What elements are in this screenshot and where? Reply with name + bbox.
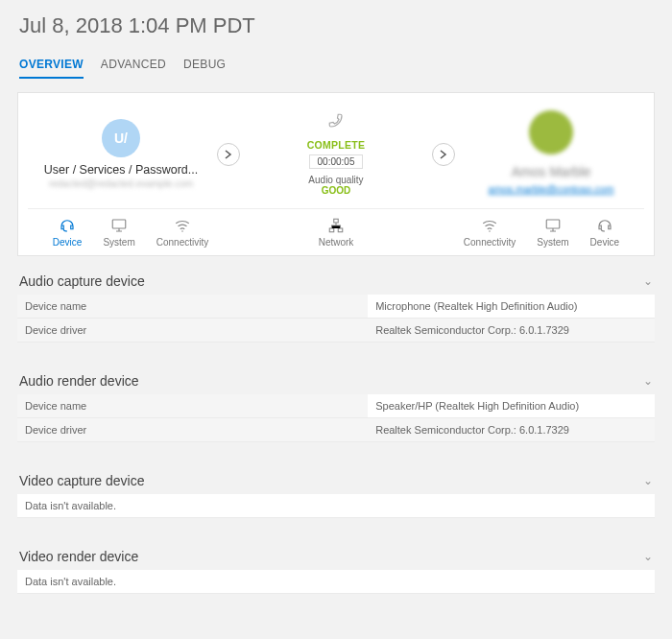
svg-rect-4 xyxy=(338,228,343,232)
empty-message: Data isn't available. xyxy=(17,494,655,518)
section-audio-capture: Audio capture device ⌄ Device nameMicrop… xyxy=(17,266,655,343)
icon-label: Device xyxy=(53,237,83,248)
wifi-icon xyxy=(481,217,498,234)
icon-label: System xyxy=(103,237,134,248)
table-row: Device driverRealtek Semiconductor Corp.… xyxy=(17,418,655,442)
tab-debug[interactable]: DEBUG xyxy=(183,58,226,79)
section-title: Video capture device xyxy=(19,473,145,488)
callee-party: Amos Marble amos.marble@contoso.com xyxy=(458,106,644,202)
icon-label: Connectivity xyxy=(464,237,516,248)
section-title: Audio capture device xyxy=(19,273,145,289)
avatar: U/ xyxy=(102,119,140,157)
icon-label: Device xyxy=(590,237,620,248)
call-status-block: COMPLETE 00:00:05 Audio quality GOOD xyxy=(243,107,429,201)
kv-table: Device nameSpeaker/HP (Realtek High Defi… xyxy=(17,394,655,442)
kv-key: Device name xyxy=(17,394,368,418)
chevron-down-icon: ⌄ xyxy=(643,474,653,487)
table-row: Device nameSpeaker/HP (Realtek High Defi… xyxy=(17,394,655,418)
chevron-right-icon[interactable] xyxy=(217,143,240,166)
headset-icon xyxy=(596,217,613,234)
call-summary-card: U/ User / Services / Password... redacte… xyxy=(17,92,655,256)
monitor-icon xyxy=(110,217,128,234)
endpoint-tabs: Device System Connectivity Network xyxy=(28,208,644,251)
icon-tab-device[interactable]: Device xyxy=(590,217,620,248)
table-row: Data isn't available. xyxy=(17,494,655,518)
kv-value: Microphone (Realtek High Definition Audi… xyxy=(368,295,655,319)
monitor-icon xyxy=(544,217,562,234)
kv-table: Data isn't available. xyxy=(17,570,655,594)
svg-point-5 xyxy=(489,230,491,232)
wifi-icon xyxy=(174,217,191,234)
icon-label: System xyxy=(537,237,568,248)
section-video-render: Video render device ⌄ Data isn't availab… xyxy=(17,541,655,594)
chevron-down-icon: ⌄ xyxy=(643,374,653,388)
table-row: Data isn't available. xyxy=(17,570,655,594)
section-title: Video render device xyxy=(19,549,138,564)
tab-advanced[interactable]: ADVANCED xyxy=(101,58,166,79)
audio-quality-label: Audio quality xyxy=(249,175,423,185)
icon-tab-connectivity[interactable]: Connectivity xyxy=(464,217,516,248)
caller-name: User / Services / Password... xyxy=(34,163,208,177)
kv-key: Device name xyxy=(17,295,368,319)
kv-value: Speaker/HP (Realtek High Definition Audi… xyxy=(368,394,655,418)
callee-name: Amos Marble xyxy=(464,164,638,179)
svg-point-1 xyxy=(181,230,183,232)
section-title: Audio render device xyxy=(19,373,139,389)
icon-tab-system[interactable]: System xyxy=(103,217,134,248)
kv-table: Data isn't available. xyxy=(17,494,655,518)
callee-link[interactable]: amos.marble@contoso.com xyxy=(489,183,614,195)
section-header[interactable]: Video capture device ⌄ xyxy=(17,465,655,494)
chevron-right-icon[interactable] xyxy=(432,143,455,166)
call-duration: 00:00:05 xyxy=(309,154,364,169)
section-header[interactable]: Video render device ⌄ xyxy=(17,541,655,570)
svg-rect-0 xyxy=(112,220,126,228)
kv-key: Device driver xyxy=(17,319,368,343)
network-icon xyxy=(327,217,345,234)
kv-key: Device driver xyxy=(17,418,368,442)
headset-icon xyxy=(59,217,76,234)
svg-rect-6 xyxy=(546,220,560,228)
tabs: OVERVIEW ADVANCED DEBUG xyxy=(0,48,672,79)
section-header[interactable]: Audio capture device ⌄ xyxy=(17,266,655,295)
chevron-down-icon: ⌄ xyxy=(643,274,653,288)
page-title: Jul 8, 2018 1:04 PM PDT xyxy=(0,0,672,48)
section-video-capture: Video capture device ⌄ Data isn't availa… xyxy=(17,465,655,518)
icon-tab-connectivity[interactable]: Connectivity xyxy=(156,217,208,248)
kv-value: Realtek Semiconductor Corp.: 6.0.1.7329 xyxy=(368,319,655,343)
chevron-down-icon: ⌄ xyxy=(643,550,653,563)
icon-tab-network[interactable]: Network xyxy=(319,217,354,248)
icon-label: Network xyxy=(319,237,354,248)
section-audio-render: Audio render device ⌄ Device nameSpeaker… xyxy=(17,366,655,442)
avatar xyxy=(529,110,573,154)
tab-overview[interactable]: OVERVIEW xyxy=(19,58,84,79)
svg-rect-3 xyxy=(329,228,334,232)
svg-rect-2 xyxy=(334,219,339,223)
icon-tab-system[interactable]: System xyxy=(537,217,568,248)
phone-icon xyxy=(327,111,345,135)
caller-party: U/ User / Services / Password... redacte… xyxy=(28,115,214,195)
kv-value: Realtek Semiconductor Corp.: 6.0.1.7329 xyxy=(368,418,655,442)
section-header[interactable]: Audio render device ⌄ xyxy=(17,366,655,394)
icon-tab-device[interactable]: Device xyxy=(53,217,83,248)
table-row: Device nameMicrophone (Realtek High Defi… xyxy=(17,295,655,319)
icon-label: Connectivity xyxy=(156,237,208,248)
caller-sub: redacted@redacted.example.com xyxy=(34,178,208,189)
audio-quality-value: GOOD xyxy=(249,185,423,196)
table-row: Device driverRealtek Semiconductor Corp.… xyxy=(17,319,655,343)
kv-table: Device nameMicrophone (Realtek High Defi… xyxy=(17,295,655,343)
call-status: COMPLETE xyxy=(249,139,423,151)
empty-message: Data isn't available. xyxy=(17,570,655,594)
